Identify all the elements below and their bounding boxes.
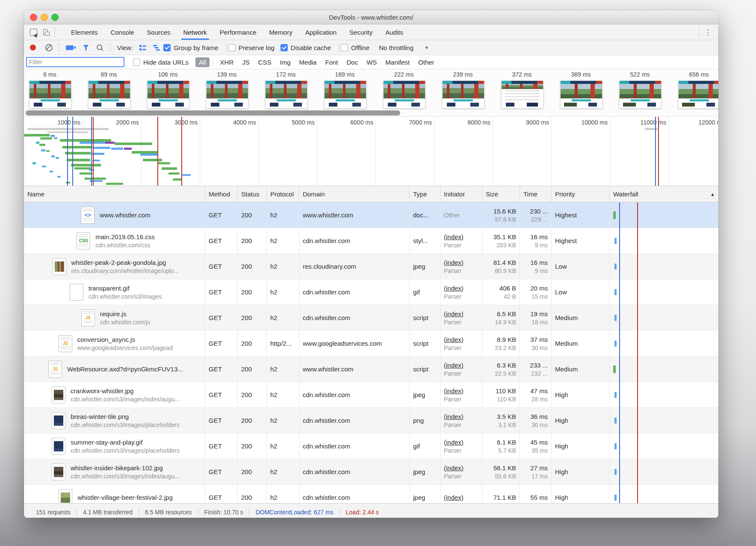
filmstrip-frame[interactable]: 239 ms [442, 71, 484, 109]
request-row[interactable]: summer-stay-and-play.gifcdn.whistler.com… [24, 433, 718, 459]
filter-pill-media[interactable]: Media [296, 57, 320, 67]
filmstrip-frame[interactable]: 656 ms [678, 71, 718, 109]
record-button[interactable] [30, 45, 36, 50]
waterfall-bar[interactable] [614, 341, 617, 347]
initiator-link[interactable]: (index) [444, 259, 478, 266]
request-row[interactable]: JSWebResource.axd?d=pynGkmcFUV13...GET20… [24, 356, 718, 382]
tab-security[interactable]: Security [343, 24, 379, 40]
filmstrip-frame[interactable]: 189 ms [324, 71, 366, 109]
search-icon[interactable] [97, 45, 102, 50]
filter-pill-doc[interactable]: Doc [343, 57, 361, 67]
column-header-waterfall[interactable]: Waterfall▲ [610, 186, 718, 202]
waterfall-bar[interactable] [614, 238, 617, 244]
initiator-link[interactable]: (index) [444, 233, 478, 240]
initiator-link[interactable]: (index) [444, 310, 478, 318]
preserve-log-checkbox[interactable] [228, 44, 236, 51]
tab-network[interactable]: Network [177, 24, 213, 40]
tab-console[interactable]: Console [104, 24, 141, 40]
column-header-status[interactable]: Status [238, 186, 267, 202]
filmstrip-frame[interactable]: 389 ms [560, 71, 602, 109]
waterfall-bar[interactable] [613, 365, 616, 373]
filmstrip-frame[interactable]: 6 ms [29, 71, 71, 109]
column-header-priority[interactable]: Priority [552, 186, 610, 202]
waterfall-bar[interactable] [614, 495, 617, 501]
column-header-initiator[interactable]: Initiator [440, 186, 482, 202]
waterfall-bar[interactable] [614, 264, 617, 270]
tab-memory[interactable]: Memory [263, 24, 299, 40]
initiator-link[interactable]: (index) [444, 362, 478, 369]
column-header-type[interactable]: Type [410, 186, 440, 202]
initiator-link[interactable]: (index) [444, 336, 478, 343]
initiator-link[interactable]: (index) [444, 285, 478, 292]
filter-pill-other[interactable]: Other [415, 57, 438, 67]
request-row[interactable]: JSconversion_async.jswww.googleadservice… [24, 331, 718, 356]
filmstrip-camera-icon[interactable] [66, 45, 74, 50]
filmstrip-scrollbar[interactable] [26, 110, 400, 116]
filter-pill-manifest[interactable]: Manifest [382, 57, 413, 67]
column-header-method[interactable]: Method [205, 186, 238, 202]
tab-application[interactable]: Application [299, 24, 343, 40]
request-row[interactable]: JSrequire.jscdn.whistler.com/jsGET200h2c… [24, 305, 718, 331]
filmstrip-frame[interactable]: 372 ms [501, 71, 543, 109]
initiator-link[interactable]: (index) [444, 464, 478, 472]
initiator-link[interactable]: (index) [444, 439, 478, 446]
tab-elements[interactable]: Elements [65, 24, 104, 40]
network-overview[interactable]: 1000 ms2000 ms3000 ms4000 ms5000 ms6000 … [24, 117, 718, 186]
filmstrip-frame[interactable]: 172 ms [265, 71, 307, 109]
column-header-size[interactable]: Size [482, 186, 520, 202]
column-header-protocol[interactable]: Protocol [267, 186, 299, 202]
filter-pill-all[interactable]: All [195, 57, 210, 67]
group-by-frame-checkbox[interactable] [163, 44, 171, 51]
request-row[interactable]: breas-winter-tile.pngcdn.whistler.com/s3… [24, 408, 718, 433]
filter-icon[interactable] [83, 45, 89, 50]
filter-pill-js[interactable]: JS [239, 57, 253, 67]
close-button[interactable] [30, 14, 37, 21]
filmstrip-frame[interactable]: 522 ms [619, 71, 661, 109]
request-row[interactable]: crankworx-whistler.jpgcdn.whistler.com/s… [24, 382, 718, 408]
inspect-element-icon[interactable] [30, 29, 37, 36]
filter-input[interactable] [26, 57, 124, 67]
filter-pill-xhr[interactable]: XHR [217, 57, 237, 67]
waterfall-bar[interactable] [614, 315, 617, 321]
minimize-button[interactable] [41, 14, 48, 21]
device-toolbar-icon[interactable] [43, 29, 50, 36]
large-request-rows-icon[interactable] [139, 45, 146, 50]
request-row[interactable]: whistler-insider-bikepark-102.jpgcdn.whi… [24, 459, 718, 485]
waterfall-bar[interactable] [614, 392, 617, 398]
filmstrip-frame[interactable]: 89 ms [88, 71, 130, 109]
request-row[interactable]: <>www.whistler.comGET200h2www.whistler.c… [24, 202, 718, 228]
request-row[interactable]: transparent.gifcdn.whistler.com/s3/image… [24, 279, 718, 305]
waterfall-bar[interactable] [614, 418, 617, 424]
request-row[interactable]: whistler-village-beer-festival-2.jpgGET2… [24, 485, 718, 503]
more-options-icon[interactable]: ⋮ [702, 29, 714, 36]
filmstrip-frame[interactable]: 106 ms [147, 71, 189, 109]
tab-sources[interactable]: Sources [141, 24, 177, 40]
request-row[interactable]: CSSmain.2019.05.16.csscdn.whistler.com/c… [24, 228, 718, 254]
show-overview-icon[interactable] [153, 45, 160, 50]
tab-performance[interactable]: Performance [213, 24, 263, 40]
filter-pill-ws[interactable]: WS [363, 57, 380, 67]
initiator-link[interactable]: (index) [444, 413, 478, 420]
tab-audits[interactable]: Audits [379, 24, 410, 40]
waterfall-bar[interactable] [614, 469, 617, 475]
waterfall-bar[interactable] [614, 443, 617, 449]
filter-pill-css[interactable]: CSS [255, 57, 275, 67]
request-row[interactable]: whistler-peak-2-peak-gondola.jpgres.clou… [24, 254, 718, 279]
initiator-link[interactable]: (index) [444, 494, 478, 501]
disable-cache-checkbox[interactable] [281, 44, 288, 51]
hide-data-urls-checkbox[interactable] [133, 59, 140, 66]
waterfall-bar[interactable] [613, 211, 616, 219]
filmstrip-frame[interactable]: 222 ms [383, 71, 425, 109]
column-header-name[interactable]: Name [24, 186, 205, 202]
filter-pill-font[interactable]: Font [322, 57, 341, 67]
column-header-time[interactable]: Time [520, 186, 552, 202]
clear-icon[interactable] [45, 44, 53, 51]
column-header-domain[interactable]: Domain [299, 186, 410, 202]
filmstrip-frame[interactable]: 139 ms [206, 71, 248, 109]
offline-checkbox[interactable] [341, 44, 348, 51]
throttling-dropdown[interactable]: No throttling [379, 44, 413, 51]
initiator-link[interactable]: (index) [444, 387, 478, 395]
waterfall-bar[interactable] [614, 289, 617, 295]
zoom-button[interactable] [51, 14, 59, 21]
filter-pill-img[interactable]: Img [277, 57, 294, 67]
